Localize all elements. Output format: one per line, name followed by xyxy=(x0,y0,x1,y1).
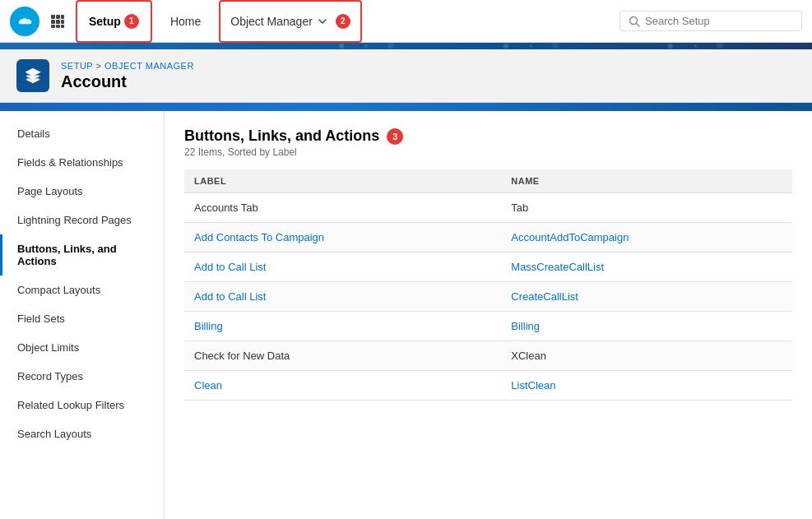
section-badge: 3 xyxy=(387,128,403,145)
sidebar-item-search-layouts-label: Search Layouts xyxy=(17,428,91,440)
table-header-row: LABEL NAME xyxy=(184,169,792,193)
table-row: Add to Call List CreateCallList xyxy=(184,282,792,312)
row-name[interactable]: CreateCallList xyxy=(501,282,792,312)
svg-rect-13 xyxy=(27,75,39,77)
row-label[interactable]: Add Contacts To Campaign xyxy=(184,223,501,253)
section-heading: Buttons, Links, and Actions 3 xyxy=(184,127,792,145)
svg-rect-9 xyxy=(61,25,64,28)
svg-rect-2 xyxy=(56,15,60,19)
sidebar-item-object-limits[interactable]: Object Limits xyxy=(0,333,164,362)
row-name[interactable]: MassCreateCallList xyxy=(501,253,792,282)
sidebar-item-page-layouts-label: Page Layouts xyxy=(17,185,83,197)
sidebar-item-object-limits-label: Object Limits xyxy=(17,341,79,354)
page-title: Account xyxy=(61,72,194,91)
setup-badge: 1 xyxy=(124,14,139,29)
setup-tab[interactable]: Setup 1 xyxy=(76,0,152,43)
row-name: XClean xyxy=(501,341,792,371)
svg-rect-3 xyxy=(61,15,64,19)
table-row: Check for New Data XClean xyxy=(184,341,792,371)
search-box[interactable] xyxy=(619,11,802,31)
sidebar-item-compact-layouts[interactable]: Compact Layouts xyxy=(0,276,164,304)
home-tab[interactable]: Home xyxy=(159,0,212,43)
row-label[interactable]: Clean xyxy=(184,371,501,401)
sidebar-item-buttons-links-actions[interactable]: Buttons, Links, and Actions xyxy=(0,234,164,276)
sidebar-item-lightning-record-pages[interactable]: Lightning Record Pages xyxy=(0,206,164,234)
breadcrumb: SETUP > OBJECT MANAGER xyxy=(61,61,194,71)
sidebar-item-details[interactable]: Details xyxy=(0,119,164,148)
object-manager-label: Object Manager xyxy=(230,15,313,28)
row-label[interactable]: Add to Call List xyxy=(184,282,501,312)
svg-line-11 xyxy=(637,23,640,26)
svg-rect-4 xyxy=(51,20,55,24)
table-subtitle: 22 Items, Sorted by Label xyxy=(184,146,792,158)
table-row: Add to Call List MassCreateCallList xyxy=(184,253,792,282)
sidebar-item-field-sets[interactable]: Field Sets xyxy=(0,304,164,333)
table-row: Add Contacts To Campaign AccountAddToCam… xyxy=(184,223,792,253)
sidebar-item-details-label: Details xyxy=(17,127,50,140)
row-label[interactable]: Billing xyxy=(184,312,501,341)
breadcrumb-setup: SETUP xyxy=(61,61,93,71)
svg-rect-6 xyxy=(61,20,64,24)
object-manager-badge: 2 xyxy=(336,14,350,29)
sidebar-item-lightning-record-pages-label: Lightning Record Pages xyxy=(17,214,132,226)
svg-rect-1 xyxy=(51,15,55,19)
sidebar-item-record-types[interactable]: Record Types xyxy=(0,362,164,391)
section-heading-text: Buttons, Links, and Actions xyxy=(184,127,379,144)
sidebar-item-related-lookup-filters[interactable]: Related Lookup Filters xyxy=(0,391,164,419)
sidebar-item-field-sets-label: Field Sets xyxy=(17,313,65,325)
sidebar-item-fields[interactable]: Fields & Relationships xyxy=(0,148,164,177)
svg-rect-7 xyxy=(51,25,55,28)
row-label: Accounts Tab xyxy=(184,193,501,223)
table-area: Buttons, Links, and Actions 3 22 Items, … xyxy=(165,111,812,519)
row-name[interactable]: ListClean xyxy=(501,371,792,401)
sidebar-item-search-layouts[interactable]: Search Layouts xyxy=(0,419,164,448)
sidebar-item-compact-layouts-label: Compact Layouts xyxy=(17,284,100,296)
breadcrumb-object-manager: OBJECT MANAGER xyxy=(104,61,194,71)
row-label[interactable]: Add to Call List xyxy=(184,253,501,282)
account-icon xyxy=(16,59,49,92)
bottom-blue-banner xyxy=(0,103,812,111)
main-content: Details Fields & Relationships Page Layo… xyxy=(0,111,812,519)
search-input[interactable] xyxy=(645,15,793,27)
svg-rect-14 xyxy=(27,78,39,81)
nav-left: Setup 1 Home Object Manager 2 xyxy=(10,0,619,43)
breadcrumb-separator: > xyxy=(96,61,104,71)
setup-label: Setup xyxy=(89,15,121,28)
data-table: LABEL NAME Accounts Tab Tab Add Contacts… xyxy=(184,169,792,401)
row-label: Check for New Data xyxy=(184,341,501,371)
sidebar-item-page-layouts[interactable]: Page Layouts xyxy=(0,177,164,206)
sidebar-item-related-lookup-filters-label: Related Lookup Filters xyxy=(17,399,124,411)
row-name[interactable]: AccountAddToCampaign xyxy=(501,223,792,253)
col-header-label: LABEL xyxy=(184,169,501,193)
sidebar-item-fields-label: Fields & Relationships xyxy=(17,156,123,169)
account-header-text: SETUP > OBJECT MANAGER Account xyxy=(61,61,194,91)
salesforce-logo[interactable] xyxy=(10,7,39,36)
sidebar-item-record-types-label: Record Types xyxy=(17,370,83,382)
table-row: Billing Billing xyxy=(184,312,792,341)
chevron-down-icon xyxy=(318,16,327,26)
row-name: Tab xyxy=(501,193,792,223)
table-row: Accounts Tab Tab xyxy=(184,193,792,223)
sidebar-item-buttons-links-actions-label: Buttons, Links, and Actions xyxy=(17,243,117,267)
svg-rect-12 xyxy=(27,72,39,74)
svg-rect-8 xyxy=(56,25,60,28)
object-manager-tab[interactable]: Object Manager 2 xyxy=(219,0,362,43)
col-header-name: NAME xyxy=(501,169,792,193)
table-row: Clean ListClean xyxy=(184,371,792,401)
home-label: Home xyxy=(170,15,201,28)
search-icon xyxy=(629,16,640,27)
app-grid-icon[interactable] xyxy=(46,10,69,33)
top-nav: Setup 1 Home Object Manager 2 xyxy=(0,0,812,43)
account-header: SETUP > OBJECT MANAGER Account xyxy=(0,49,812,103)
top-blue-banner xyxy=(0,43,812,49)
svg-rect-5 xyxy=(56,20,60,24)
row-name[interactable]: Billing xyxy=(501,312,792,341)
sidebar: Details Fields & Relationships Page Layo… xyxy=(0,111,165,519)
